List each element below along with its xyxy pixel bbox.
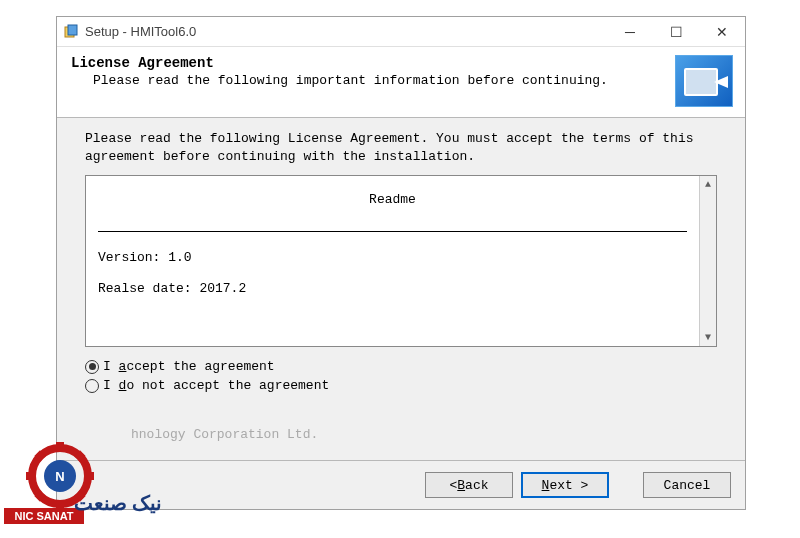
scrollbar[interactable]: ▲ ▼ — [699, 176, 716, 346]
back-button[interactable]: < Back — [425, 472, 513, 498]
maximize-button[interactable]: ☐ — [653, 17, 699, 46]
scroll-down-icon[interactable]: ▼ — [700, 329, 716, 346]
wizard-header: License Agreement Please read the follow… — [57, 47, 745, 118]
radio-selected-icon — [85, 360, 99, 374]
divider — [98, 231, 687, 232]
page-subtitle: Please read the following important info… — [71, 73, 675, 90]
close-button[interactable]: ✕ — [699, 17, 745, 46]
agreement-radios: I accept the agreement I do not accept t… — [85, 359, 717, 397]
window-title: Setup - HMITool6.0 — [85, 24, 607, 39]
instruction-text: Please read the following License Agreem… — [85, 130, 717, 165]
scroll-up-icon[interactable]: ▲ — [700, 176, 716, 193]
reject-label: I do not accept the agreement — [103, 378, 329, 393]
watermark-brand-text: NIC SANAT — [14, 510, 73, 522]
accept-label: I accept the agreement — [103, 359, 275, 374]
svg-rect-7 — [34, 450, 45, 461]
svg-rect-13 — [4, 508, 84, 524]
window-controls: ─ ☐ ✕ — [607, 17, 745, 46]
svg-rect-1 — [68, 25, 77, 35]
company-footer-text: hnology Corporation Ltd. — [131, 427, 318, 442]
cancel-button[interactable]: Cancel — [643, 472, 731, 498]
reject-radio[interactable]: I do not accept the agreement — [85, 378, 717, 393]
svg-rect-5 — [26, 472, 36, 480]
accept-radio[interactable]: I accept the agreement — [85, 359, 717, 374]
minimize-button[interactable]: ─ — [607, 17, 653, 46]
license-content: Readme Version: 1.0 Realse date: 2017.2 — [86, 176, 699, 346]
radio-unselected-icon — [85, 379, 99, 393]
license-textbox[interactable]: Readme Version: 1.0 Realse date: 2017.2 … — [85, 175, 717, 347]
release-line: Realse date: 2017.2 — [98, 281, 687, 296]
page-title: License Agreement — [71, 55, 675, 71]
readme-heading: Readme — [98, 192, 687, 207]
installer-graphic-icon — [675, 55, 733, 107]
wizard-body: Please read the following License Agreem… — [57, 118, 745, 460]
button-bar: < Back Next > Cancel — [57, 460, 745, 509]
next-button[interactable]: Next > — [521, 472, 609, 498]
svg-rect-9 — [34, 490, 45, 501]
version-line: Version: 1.0 — [98, 250, 687, 265]
installer-icon — [63, 24, 79, 40]
titlebar: Setup - HMITool6.0 ─ ☐ ✕ — [57, 17, 745, 47]
